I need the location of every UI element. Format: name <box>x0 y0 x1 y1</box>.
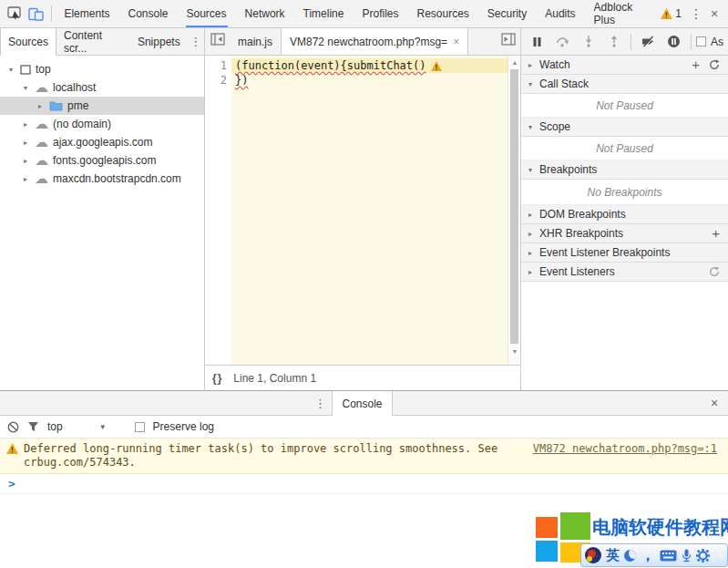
tree-item-maxcdn-bootstrapcdn[interactable]: ▸ ☁ maxcdn.bootstrapcdn.com <box>0 170 204 188</box>
chevron-down-icon[interactable]: ▾ <box>6 66 15 74</box>
tree-item-localhost[interactable]: ▾ ☁ localhost <box>0 78 204 97</box>
navigator-tab-sources[interactable]: Sources <box>0 28 56 56</box>
navigator-tab-content-scripts[interactable]: Content scr... <box>56 28 130 55</box>
ime-microphone-icon[interactable] <box>682 549 692 563</box>
code-area[interactable]: 1 2 (function(event){submitChat() }) ▲ <box>205 56 520 365</box>
step-into-button[interactable] <box>576 31 600 53</box>
scope-status: Not Paused <box>521 137 728 160</box>
pause-script-button[interactable] <box>525 31 549 53</box>
tab-sources[interactable]: Sources <box>178 0 236 27</box>
chevron-right-icon: ▸ <box>526 230 535 238</box>
tab-audits[interactable]: Audits <box>536 0 584 27</box>
tree-item-ajax-googleapis[interactable]: ▸ ☁ ajax.googleapis.com <box>0 133 204 151</box>
deactivate-breakpoints-button[interactable] <box>636 31 661 53</box>
tree-item-top[interactable]: ▾ top <box>0 60 204 78</box>
chevron-right-icon[interactable]: ▸ <box>21 157 30 165</box>
section-xhr-breakpoints[interactable]: ▸ XHR Breakpoints + <box>521 224 728 243</box>
devtools-close-button[interactable]: × <box>705 6 723 21</box>
clear-console-icon[interactable] <box>7 421 19 433</box>
ime-collapse-arrow-icon[interactable] <box>718 551 723 560</box>
section-event-listeners[interactable]: ▸ Event Listeners <box>521 263 728 282</box>
ime-toolbar[interactable]: 英 ， <box>580 543 728 567</box>
execution-context-selector[interactable]: top ▼ <box>47 420 107 433</box>
tab-adblock-plus[interactable]: Adblock Plus <box>585 0 656 27</box>
close-icon: × <box>711 396 718 410</box>
async-checkbox[interactable] <box>696 36 706 46</box>
section-event-listener-breakpoints[interactable]: ▸ Event Listener Breakpoints <box>521 243 728 263</box>
device-toolbar-button[interactable] <box>26 2 46 26</box>
filter-icon[interactable] <box>27 421 39 432</box>
console-warning-message: Deferred long-running timer task(s) to i… <box>0 439 728 474</box>
chevron-right-icon[interactable]: ▸ <box>21 120 30 129</box>
line-warning-icon[interactable] <box>431 61 442 71</box>
tab-console[interactable]: Console <box>118 0 177 27</box>
tree-item-fonts-googleapis[interactable]: ▸ ☁ fonts.googleapis.com <box>0 151 204 170</box>
refresh-icon[interactable] <box>709 59 720 70</box>
tab-network[interactable]: Network <box>236 0 294 27</box>
ime-punctuation-toggle[interactable]: ， <box>641 551 655 560</box>
chevron-right-icon[interactable]: ▸ <box>21 175 30 183</box>
console-prompt-row[interactable]: > <box>0 474 728 494</box>
ime-fullwidth-icon[interactable] <box>624 550 636 562</box>
tree-item-no-domain[interactable]: ▸ ☁ (no domain) <box>0 115 204 133</box>
domain-cloud-icon: ☁ <box>35 119 48 129</box>
tab-profiles[interactable]: Profiles <box>353 0 407 27</box>
editor-scrollbar[interactable]: ▲ ▼ <box>508 56 520 365</box>
ime-logo-icon[interactable] <box>585 547 601 563</box>
code-line-1[interactable]: (function(event){submitChat() <box>231 58 520 73</box>
devtools-menu-button[interactable]: ⋮ <box>687 6 705 21</box>
chevron-right-icon[interactable]: ▸ <box>36 102 45 110</box>
show-drawer-button[interactable] <box>496 28 520 50</box>
cursor-position: Line 1, Column 1 <box>233 372 316 385</box>
line-number: 2 <box>205 73 227 88</box>
add-xhr-breakpoint-icon[interactable]: + <box>712 229 720 238</box>
pause-on-exceptions-button[interactable] <box>661 31 686 53</box>
drawer-close-button[interactable]: × <box>701 391 728 415</box>
debugger-sidebar: ▸ Watch + ▾ Call Stack Not Paused ▾ Scop… <box>521 56 728 390</box>
tab-elements[interactable]: Elements <box>55 0 118 27</box>
add-watch-icon[interactable]: + <box>692 60 700 69</box>
hide-navigator-button[interactable] <box>205 28 230 50</box>
close-tab-icon[interactable]: × <box>453 36 459 48</box>
warning-icon <box>6 443 18 454</box>
tree-item-pme[interactable]: ▸ pme <box>0 97 204 115</box>
pretty-print-icon[interactable]: {} <box>212 372 222 385</box>
console-warning-badge[interactable]: 1 <box>655 7 687 20</box>
breakpoints-status: No Breakpoints <box>521 180 728 205</box>
scroll-down-icon[interactable]: ▼ <box>508 345 521 357</box>
chevron-right-icon[interactable]: ▸ <box>21 139 30 147</box>
navigator-menu-button[interactable]: ⋮ <box>188 28 204 55</box>
file-navigator: ▾ top ▾ ☁ localhost ▸ pme ▸ ☁ (no domain… <box>0 56 205 390</box>
ime-settings-gear-icon[interactable] <box>696 549 710 563</box>
code-lines[interactable]: (function(event){submitChat() }) <box>231 56 520 365</box>
step-out-button[interactable] <box>601 31 626 53</box>
warning-icon <box>661 8 672 19</box>
section-scope[interactable]: ▾ Scope <box>521 118 728 137</box>
file-tab-mainjs[interactable]: main.js <box>230 28 281 55</box>
inspect-element-button[interactable] <box>5 2 26 26</box>
section-watch[interactable]: ▸ Watch + <box>521 56 728 75</box>
ime-keyboard-icon[interactable] <box>660 550 677 562</box>
drawer-tab-console[interactable]: Console <box>332 391 392 416</box>
step-over-button[interactable] <box>550 31 575 53</box>
section-call-stack[interactable]: ▾ Call Stack <box>521 75 728 94</box>
file-tab-vm872[interactable]: VM872 newchatroom.php?msg= × <box>281 28 468 55</box>
drawer-menu-button[interactable]: ⋮ <box>308 391 332 415</box>
tab-timeline[interactable]: Timeline <box>294 0 354 27</box>
tab-security[interactable]: Security <box>478 0 536 27</box>
dropdown-arrow-icon: ▼ <box>99 423 107 431</box>
ime-language-toggle[interactable]: 英 <box>606 547 620 564</box>
navigator-tab-snippets[interactable]: Snippets <box>130 28 188 55</box>
line-number-gutter: 1 2 <box>205 56 231 365</box>
code-line-2[interactable]: }) <box>231 73 520 88</box>
scrollbar-thumb[interactable] <box>510 69 518 344</box>
tab-resources[interactable]: Resources <box>407 0 477 27</box>
refresh-icon[interactable] <box>709 266 720 277</box>
chevron-down-icon[interactable]: ▾ <box>21 84 30 92</box>
section-breakpoints[interactable]: ▾ Breakpoints <box>521 160 728 180</box>
scroll-up-icon[interactable]: ▲ <box>508 56 521 68</box>
section-dom-breakpoints[interactable]: ▸ DOM Breakpoints <box>521 205 728 224</box>
message-source-link[interactable]: VM872 newchatroom.php?msg=:1 <box>533 442 717 456</box>
code-editor: 1 2 (function(event){submitChat() }) ▲ <box>205 56 521 390</box>
preserve-log-checkbox[interactable] <box>135 422 145 432</box>
